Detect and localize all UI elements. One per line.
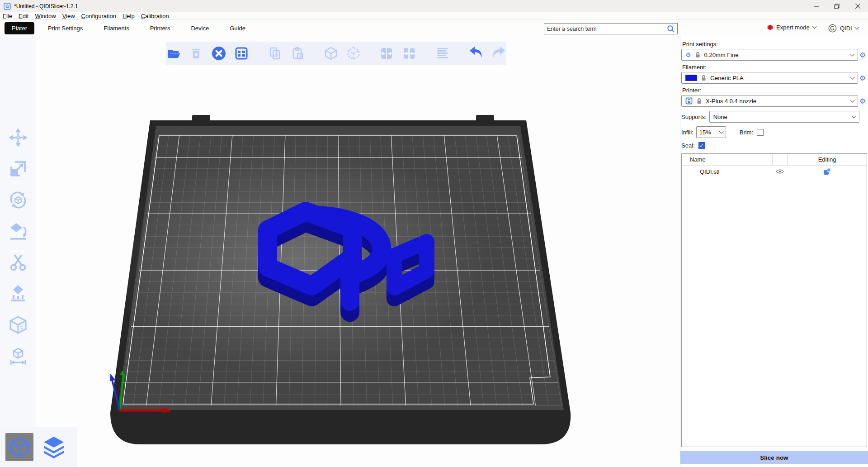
infill-combo[interactable]: 15% — [696, 126, 726, 138]
cut-tool-button[interactable] — [8, 253, 28, 272]
tab-print-settings[interactable]: Print Settings — [41, 22, 90, 34]
chevron-down-icon — [850, 52, 855, 56]
menu-view[interactable]: View — [62, 13, 75, 19]
account-label: QIDI — [840, 25, 852, 32]
search-icon[interactable] — [666, 24, 675, 33]
variable-layer-height-button[interactable] — [435, 45, 450, 62]
menu-help[interactable]: Help — [123, 13, 135, 19]
object-list-header: Name Editing — [682, 154, 867, 166]
filament-value: Generic PLA — [710, 75, 847, 81]
fuzzy-skin-tool-button[interactable] — [8, 315, 28, 334]
arrange-button[interactable] — [234, 45, 249, 62]
main-tab-bar: Plater Print Settings Filaments Printers… — [0, 20, 868, 36]
eye-icon[interactable] — [776, 169, 784, 174]
seal-label: Seal: — [681, 142, 695, 149]
app-icon — [4, 3, 11, 10]
plater-toolbar — [166, 42, 506, 65]
preview-sliced-view-button[interactable] — [40, 433, 68, 461]
tab-filaments[interactable]: Filaments — [96, 22, 136, 34]
split-to-parts-button[interactable] — [401, 45, 417, 62]
chevron-down-icon — [850, 75, 855, 79]
chevron-down-icon — [851, 114, 856, 118]
redo-button[interactable] — [491, 45, 506, 62]
cube-3d-icon — [9, 436, 30, 458]
menu-calibration[interactable]: Calibration — [141, 13, 169, 19]
menu-configuration[interactable]: Configuration — [81, 13, 116, 19]
restore-button[interactable] — [826, 0, 847, 12]
delete-all-button[interactable] — [211, 45, 226, 62]
tab-guide[interactable]: Guide — [222, 22, 253, 34]
object-row[interactable]: QIDI.stl — [682, 166, 867, 177]
search-input[interactable] — [544, 26, 666, 32]
mode-label: Expert mode — [776, 24, 810, 31]
print-settings-combo[interactable]: ⚙ 0.20mm Fine — [681, 49, 858, 61]
chevron-down-icon — [812, 24, 816, 29]
chevron-down-icon — [719, 129, 723, 133]
filament-color-swatch — [685, 75, 697, 81]
editor-3d-view-button[interactable] — [5, 433, 33, 461]
supports-combo[interactable]: None — [709, 111, 859, 123]
menu-window[interactable]: Window — [35, 13, 56, 19]
brim-checkbox[interactable] — [757, 129, 764, 136]
print-settings-value: 0.20mm Fine — [704, 52, 847, 58]
print-settings-label: Print settings: — [682, 41, 867, 48]
column-visibility — [772, 154, 787, 165]
object-list: Name Editing QIDI.stl — [681, 153, 867, 447]
gear-icon: ⚙ — [685, 52, 691, 58]
window-title: *Untitled - QIDISlicer-1.2.1 — [14, 3, 78, 10]
menu-file[interactable]: File — [3, 13, 12, 19]
chevron-down-icon — [854, 25, 859, 30]
qidi-logo-icon — [828, 24, 837, 33]
printer-icon — [685, 97, 693, 105]
chevron-down-icon — [850, 98, 855, 102]
paint-supports-tool-button[interactable] — [8, 284, 28, 303]
tab-printers[interactable]: Printers — [143, 22, 178, 34]
printer-label: Printer: — [682, 87, 867, 94]
gizmo-toolbar — [0, 36, 36, 467]
seal-checkbox[interactable]: ✓ — [698, 142, 705, 149]
brim-label: Brim: — [740, 129, 753, 136]
filament-gear-button[interactable]: ⚙ — [858, 74, 867, 82]
printer-value: X-Plus 4 0.4 nozzle — [706, 98, 847, 105]
object-name: QIDI.stl — [682, 168, 772, 175]
copy-button[interactable] — [267, 45, 283, 62]
filament-combo[interactable]: Generic PLA — [681, 72, 858, 84]
undo-button[interactable] — [468, 45, 484, 62]
place-on-face-tool-button[interactable] — [8, 222, 28, 241]
lock-icon — [701, 75, 706, 81]
remove-instance-button[interactable] — [346, 45, 361, 62]
menu-edit[interactable]: Edit — [19, 13, 28, 19]
slice-now-button[interactable]: Slice now — [680, 451, 868, 464]
search-box[interactable] — [544, 23, 678, 34]
print-settings-gear-button[interactable]: ⚙ — [858, 51, 867, 59]
column-editing: Editing — [787, 154, 867, 165]
red-hexagon-icon — [767, 24, 773, 30]
supports-label: Supports: — [681, 114, 707, 120]
account-selector[interactable]: QIDI — [828, 24, 859, 33]
close-button[interactable] — [847, 0, 868, 12]
lock-icon — [697, 98, 702, 104]
move-tool-button[interactable] — [8, 128, 28, 147]
paste-button[interactable] — [290, 45, 305, 62]
edit-object-icon[interactable] — [823, 167, 831, 176]
infill-value: 15% — [699, 129, 716, 136]
view-mode-switcher — [0, 427, 77, 467]
printer-combo[interactable]: X-Plus 4 0.4 nozzle — [681, 95, 858, 107]
measure-tool-button[interactable] — [8, 347, 28, 366]
split-to-objects-button[interactable] — [379, 45, 394, 62]
open-file-button[interactable] — [166, 45, 181, 62]
printer-gear-button[interactable]: ⚙ — [858, 97, 867, 105]
minimize-button[interactable] — [806, 0, 826, 12]
tab-plater[interactable]: Plater — [5, 22, 34, 34]
rotate-tool-button[interactable] — [8, 191, 28, 210]
supports-value: None — [713, 114, 848, 120]
tab-device[interactable]: Device — [184, 22, 216, 34]
infill-label: Infill: — [681, 129, 693, 136]
scale-tool-button[interactable] — [8, 159, 28, 178]
column-name: Name — [682, 156, 772, 163]
menu-bar: File Edit Window View Configuration Help… — [0, 12, 868, 20]
settings-panel: Print settings: ⚙ 0.20mm Fine ⚙ Filament… — [680, 36, 868, 467]
mode-selector[interactable]: Expert mode — [767, 24, 816, 31]
delete-button[interactable] — [189, 45, 204, 62]
add-instance-button[interactable] — [323, 45, 339, 62]
